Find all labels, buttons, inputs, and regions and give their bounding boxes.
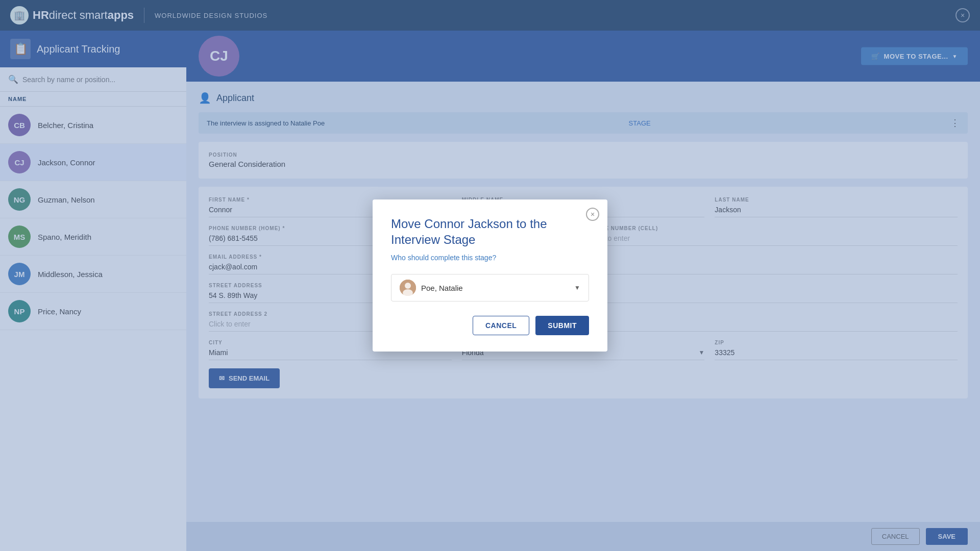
select-chevron-icon: ▼ xyxy=(574,284,580,291)
modal-subtitle: Who should complete this stage? xyxy=(391,254,589,262)
selected-user-avatar xyxy=(400,280,416,296)
modal-close-icon: × xyxy=(591,210,595,218)
selected-user-name: Poe, Natalie xyxy=(421,284,569,292)
modal-title: Move Connor Jackson to the Interview Sta… xyxy=(391,216,589,247)
modal-close-button[interactable]: × xyxy=(586,208,599,221)
user-select-dropdown[interactable]: Poe, Natalie ▼ xyxy=(391,274,589,302)
modal-submit-button[interactable]: SUBMIT xyxy=(535,316,589,335)
user-photo xyxy=(400,280,416,296)
modal-actions: CANCEL SUBMIT xyxy=(391,316,589,335)
modal-cancel-button[interactable]: CANCEL xyxy=(473,316,529,335)
svg-point-1 xyxy=(405,283,411,289)
modal-dialog: × Move Connor Jackson to the Interview S… xyxy=(373,199,607,352)
modal-overlay: × Move Connor Jackson to the Interview S… xyxy=(0,0,980,551)
